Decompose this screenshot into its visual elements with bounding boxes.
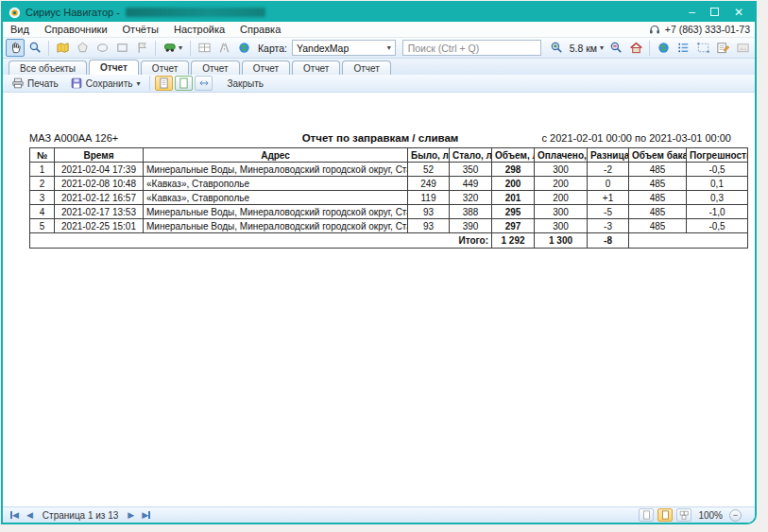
tab-report-4[interactable]: Отчет [242, 60, 290, 75]
first-page-button[interactable]: ◀ [7, 510, 23, 520]
menu-spravka[interactable]: Справка [232, 24, 288, 35]
multi-page-view-button[interactable] [676, 508, 691, 522]
printer-icon [11, 77, 25, 90]
totals-volume: 1 292 [492, 233, 535, 249]
table-row: 3 2021-02-12 16:57 «Кавказ», Ставрополье… [30, 191, 748, 205]
screenshot-button[interactable] [733, 39, 752, 57]
close-report-button[interactable]: Закрыть [222, 77, 268, 90]
cell-tank-volume: 485 [629, 177, 687, 191]
map-provider-select[interactable]: YandexMap ▾ [292, 40, 396, 56]
table-row: 2 2021-02-08 10:48 «Кавказ», Ставрополье… [30, 177, 748, 191]
cell-was: 249 [408, 177, 450, 191]
vehicle-name: МАЗ А000АА 126+ [29, 132, 247, 144]
fit-page-view-button[interactable] [195, 76, 213, 91]
minimize-button[interactable]: – [689, 7, 695, 18]
zoom-in-button[interactable] [548, 39, 567, 57]
zoom-out-button[interactable] [606, 39, 625, 57]
select-area-button[interactable] [693, 39, 712, 57]
cell-tank-volume: 485 [629, 191, 687, 205]
rectangle-icon [115, 41, 129, 55]
cell-volume: 201 [492, 191, 535, 205]
print-button[interactable]: Печать [7, 76, 63, 91]
menu-spravochniki[interactable]: Справочники [37, 24, 115, 35]
menu-nastroyka[interactable]: Настройка [166, 24, 232, 35]
cell-paid: 300 [535, 219, 588, 233]
totals-empty-cell [629, 233, 748, 249]
cell-error-pct: 0,3 [687, 191, 748, 205]
cell-num: 2 [30, 177, 55, 191]
notepad-edit-icon [716, 41, 730, 55]
map-scale-value: 5.8 км [570, 43, 597, 54]
route-view-button[interactable] [214, 39, 233, 57]
cell-tank-volume: 485 [629, 219, 687, 233]
menu-bar: Вид Справочники Отчёты Настройка Справка… [3, 22, 755, 38]
flag-tool-button[interactable] [132, 39, 151, 57]
table-view-button[interactable] [195, 39, 213, 57]
rectangle-tool-button[interactable] [112, 39, 131, 57]
pan-hand-button[interactable] [6, 39, 25, 57]
cell-num: 4 [30, 205, 55, 219]
tab-report-2[interactable]: Отчет [141, 60, 189, 75]
cell-paid: 300 [535, 163, 588, 177]
page-width-view-button[interactable] [175, 76, 193, 91]
edit-notes-button[interactable] [713, 39, 732, 57]
tab-report-3[interactable]: Отчет [191, 60, 239, 75]
tab-all-objects[interactable]: Все объекты [9, 60, 87, 75]
prev-page-button[interactable]: ◀ [23, 510, 37, 520]
cell-volume: 297 [492, 219, 535, 233]
home-button[interactable] [626, 39, 645, 57]
search-input[interactable] [402, 40, 541, 56]
map-scale-select[interactable]: 5.8 км ▾ [568, 43, 606, 54]
ellipse-tool-button[interactable] [93, 39, 111, 57]
map-edit-icon [56, 41, 70, 55]
page-outline-icon [179, 77, 189, 89]
cell-error-pct: -1,0 [687, 205, 748, 219]
vehicle-menu-button[interactable]: ▾ [160, 39, 186, 57]
col-header-tank-volume: Объем бака, л [629, 148, 687, 163]
chevron-down-icon: ▾ [179, 43, 182, 52]
polygon-tool-button[interactable] [73, 39, 92, 57]
cell-volume: 200 [492, 177, 535, 191]
tab-report-5[interactable]: Отчет [292, 60, 340, 75]
zoom-out-minus-button[interactable]: − [729, 509, 742, 522]
page-layout-view-button[interactable] [657, 508, 673, 522]
fit-width-icon [198, 77, 210, 89]
report-page: МАЗ А000АА 126+ Отчет по заправкам / сли… [3, 93, 755, 506]
menu-vid[interactable]: Вид [3, 24, 37, 35]
world-map-button[interactable] [654, 39, 673, 57]
cell-num: 3 [30, 191, 55, 205]
title-redacted-text [126, 8, 265, 17]
cell-time: 2021-02-12 16:57 [55, 191, 144, 205]
fuel-report-table: № Время Адрес Было, л Стало, л Объем, л … [29, 147, 748, 249]
save-button[interactable]: Сохранить ▾ [65, 76, 145, 91]
close-button[interactable]: ✕ [734, 7, 743, 18]
cell-was: 119 [408, 191, 450, 205]
edit-map-button[interactable] [53, 39, 72, 57]
tab-report-active[interactable]: Отчет [89, 60, 139, 75]
table-header-row: № Время Адрес Было, л Стало, л Объем, л … [30, 148, 748, 163]
title-bar: Сириус Навигатор - – ✕ [3, 3, 755, 22]
headset-icon [648, 23, 661, 36]
normal-view-button[interactable] [639, 508, 654, 522]
cell-became: 388 [450, 205, 492, 219]
cell-paid: 200 [535, 191, 588, 205]
maximize-button[interactable] [710, 7, 719, 18]
totals-row: Итого: 1 292 1 300 -8 [30, 233, 748, 249]
page-icon [642, 510, 651, 520]
chevron-down-icon: ▾ [387, 43, 391, 52]
totals-paid: 1 300 [535, 233, 588, 249]
next-page-button[interactable]: ▶ [124, 510, 138, 520]
cell-tank-volume: 485 [629, 163, 687, 177]
last-page-button[interactable]: ▶ [138, 510, 154, 520]
menu-otchety[interactable]: Отчёты [115, 24, 166, 35]
cell-address: Минеральные Воды, Минераловодский городс… [144, 163, 408, 177]
legend-list-button[interactable] [674, 39, 692, 57]
single-page-view-button[interactable] [155, 76, 173, 91]
main-toolbar: ▾ Карта: YandexMap ▾ [3, 38, 755, 59]
col-header-num: № [30, 148, 55, 163]
web-map-button[interactable] [234, 39, 253, 57]
totals-difference: -8 [588, 233, 629, 249]
zoom-tool-button[interactable] [26, 39, 44, 57]
cell-error-pct: 0,1 [687, 177, 748, 191]
tab-report-6[interactable]: Отчет [342, 60, 390, 75]
